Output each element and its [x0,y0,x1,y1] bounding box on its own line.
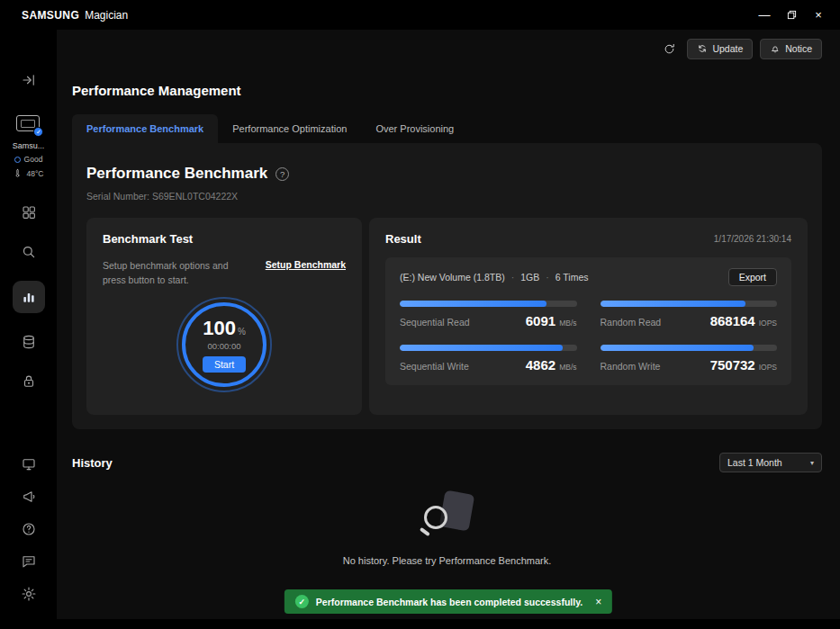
restore-button[interactable] [781,4,802,26]
sidebar-item-security[interactable] [13,371,45,392]
notice-label: Notice [785,43,812,54]
restore-icon [787,10,797,20]
progress-percent: 100 [203,317,236,340]
chevron-down-icon: ▾ [810,459,814,467]
health-label: Good [24,155,43,164]
success-check-icon: ✓ [295,595,309,608]
sidebar: ✓ Samsu... Good 48°C [0,30,57,619]
benchmark-test-description: Setup benchmark options and press button… [103,259,254,288]
test-count-label: 6 Times [555,272,589,283]
gear-icon [21,586,37,602]
metric-value: 6091 [526,313,555,328]
help-icon [21,521,37,537]
separator: · [546,272,549,283]
app-brand: SAMSUNG Magician [22,9,128,22]
metric-sequential-read: Sequential Read 6091MB/s [400,301,577,328]
toast-close-icon[interactable]: × [595,596,601,608]
metric-label: Random Write [601,361,661,372]
metric-value: 750732 [710,357,755,373]
start-button[interactable]: Start [203,356,246,373]
sidebar-nav [13,202,45,392]
main-content: Update Notice Performance Management Per… [57,30,840,619]
benchmark-bars-icon [21,289,37,305]
serial-number: Serial Number: S69ENL0TC04222X [86,191,808,202]
metric-random-read: Random Read 868164IOPS [601,301,778,328]
monitor-icon [21,456,37,472]
drive-health: Good [14,155,43,164]
close-icon: × [815,8,822,22]
history-filter-dropdown[interactable]: Last 1 Month ▾ [719,453,822,472]
tab-performance-optimization[interactable]: Performance Optimization [218,114,361,143]
page-title: Performance Management [72,83,822,98]
refresh-icon [663,42,676,56]
metric-bar-fill [400,345,563,351]
separator: · [511,272,515,283]
sidebar-item-help[interactable] [13,518,45,540]
empty-history-message: No history. Please try Performance Bench… [343,555,552,566]
drive-summary: ✓ Samsu... Good 48°C [13,114,45,178]
thermometer-icon [13,168,23,178]
metric-bar-track [601,345,778,351]
app-window: SAMSUNG Magician — × ✓ Samsu. [0,0,840,629]
minimize-icon: — [759,8,771,22]
drive-icon[interactable]: ✓ [14,114,41,134]
volume-label: (E:) New Volume (1.8TB) [400,272,505,283]
section-heading: Performance Benchmark [86,165,267,183]
toast-message: Performance Benchmark has been completed… [316,597,583,607]
sidebar-item-system[interactable] [13,454,45,475]
notice-button[interactable]: Notice [760,39,822,59]
result-volume-info: (E:) New Volume (1.8TB) · 1GB · 6 Times [400,272,588,283]
close-button[interactable]: × [808,4,829,26]
empty-history-illustration [419,492,476,543]
history-section: History Last 1 Month ▾ No history. Pleas… [72,453,822,566]
history-title: History [72,456,113,470]
tab-bar: Performance Benchmark Performance Optimi… [72,114,822,143]
sidebar-expand-icon[interactable] [13,69,45,91]
temperature-label: 48°C [26,169,43,178]
update-label: Update [712,43,743,54]
result-card: Result 1/17/2026 21:30:14 (E:) New Volum… [369,218,808,415]
update-button[interactable]: Update [687,39,753,59]
sidebar-item-diagnostics[interactable] [13,241,45,263]
sidebar-item-settings[interactable] [13,583,45,605]
export-button[interactable]: Export [728,268,777,286]
history-empty-state: No history. Please try Performance Bench… [72,492,822,566]
sidebar-item-feedback[interactable] [13,551,45,572]
success-toast: ✓ Performance Benchmark has been complet… [285,589,612,614]
history-filter-value: Last 1 Month [727,457,782,468]
sidebar-item-performance-benchmark[interactable] [13,281,45,313]
metric-random-write: Random Write 750732IOPS [601,345,778,373]
sidebar-bottom-nav [13,454,45,610]
chat-icon [21,553,37,570]
result-metrics: Sequential Read 6091MB/s Random Read 868… [400,301,777,373]
search-icon [21,244,37,260]
window-controls: — × [754,4,829,26]
test-size-label: 1GB [520,272,539,283]
app-name: Magician [85,9,128,22]
grid-icon [21,204,37,220]
benchmark-panel: Performance Benchmark ? Serial Number: S… [72,143,822,429]
sidebar-item-dashboard[interactable] [13,202,45,223]
setup-benchmark-link[interactable]: Setup Benchmark [266,259,346,288]
sidebar-item-data-management[interactable] [13,331,45,353]
bell-icon [770,43,781,54]
refresh-button[interactable] [658,38,680,59]
benchmark-test-card: Benchmark Test Setup benchmark options a… [86,218,362,415]
percent-sign: % [238,327,246,337]
result-box: (E:) New Volume (1.8TB) · 1GB · 6 Times … [385,257,791,385]
tab-performance-benchmark[interactable]: Performance Benchmark [72,114,218,143]
tab-over-provisioning[interactable]: Over Provisioning [361,114,468,143]
elapsed-time: 00:00:00 [208,341,241,351]
minimize-button[interactable]: — [754,4,775,26]
progress-ring: 100 % 00:00:00 Start [176,297,272,392]
section-help-icon[interactable]: ? [275,167,289,181]
metric-label: Sequential Write [400,361,469,372]
metric-bar-fill [601,301,745,307]
metric-bar-track [400,345,577,351]
metric-sequential-write: Sequential Write 4862MB/s [400,345,577,373]
sidebar-item-announcements[interactable] [13,486,45,508]
metric-unit: IOPS [759,319,777,328]
metric-value: 4862 [526,357,555,373]
metric-unit: MB/s [559,363,576,372]
samsung-logo: SAMSUNG [22,9,79,22]
